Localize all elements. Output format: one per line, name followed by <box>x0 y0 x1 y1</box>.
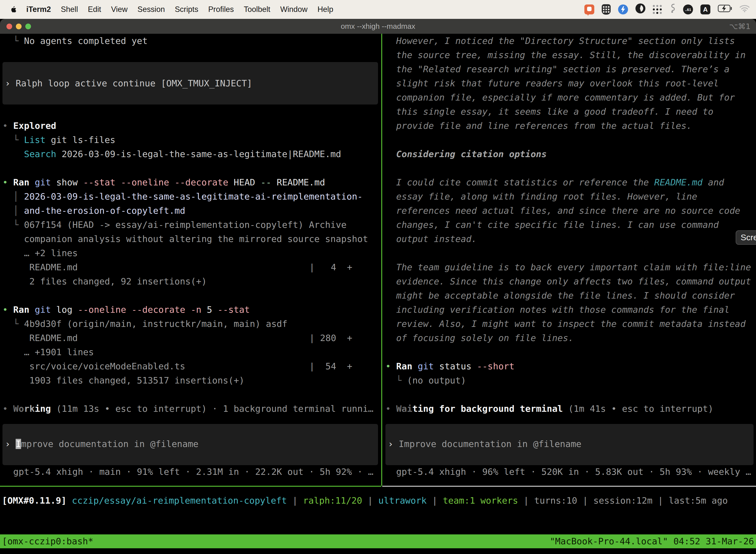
thinking-paragraph-1: the source tree, missing the essay. Stil… <box>385 48 746 62</box>
screen-recording-indicator-icon[interactable] <box>584 4 594 14</box>
menu-bar: iTerm2ShellEditViewSessionScriptsProfile… <box>0 0 756 19</box>
thinking-paragraph-3: of focusing solely on file lines. <box>385 331 574 345</box>
blue-bolt-app-icon[interactable] <box>618 4 628 14</box>
crescent-app-icon[interactable] <box>635 3 645 15</box>
working-status-line: • Working (11m 13s • esc to interrupt) ·… <box>2 402 374 416</box>
explored-search-item: Search 2026-03-09-is-legal-the-same-as-l… <box>2 147 341 161</box>
input-source-icon[interactable]: A <box>700 4 710 14</box>
window-title-bar: omx --xhigh --madmax ⌥⌘1 <box>0 19 756 34</box>
thinking-section-header: Considering citation options <box>385 147 547 161</box>
prompt-input-text: › Improve documentation in @filename <box>388 437 581 451</box>
thinking-paragraph-1: this single essay, it seems like a good … <box>385 105 713 119</box>
thinking-paragraph-3: evidence. Since this change only affects… <box>385 274 751 288</box>
window-shortcut-hint: ⌥⌘1 <box>729 19 751 34</box>
menu-view[interactable]: View <box>111 5 128 14</box>
model-status-line: gpt-5.4 xhigh · main · 91% left · 2.31M … <box>2 465 374 479</box>
thinking-paragraph-2: changes, I can't cite specific file line… <box>385 218 719 232</box>
ran-git-status-command: • Ran git status --short <box>385 359 514 373</box>
ran-git-show-command: • Ran git show --stat --oneline --decora… <box>2 175 325 189</box>
thinking-paragraph-1: However, I noticed the "Directory Struct… <box>385 34 735 48</box>
explored-header: • Explored <box>2 119 56 133</box>
thinking-paragraph-3: The team guideline is to back every impo… <box>385 260 751 274</box>
minimize-button[interactable] <box>16 23 21 29</box>
git-show-filename-1: │ 2026-03-09-is-legal-the-same-as-legiti… <box>2 189 363 204</box>
thinking-paragraph-2: references need actual files, and since … <box>385 204 740 218</box>
model-status-line: gpt-5.4 xhigh · 96% left · 520K in · 5.8… <box>385 465 751 479</box>
git-status-output: └ (no output) <box>385 373 466 387</box>
battery-charging-icon[interactable] <box>718 5 732 14</box>
git-log-commit-line: └ 4b9d30f (origin/main, instructkr/main,… <box>2 317 288 331</box>
thinking-paragraph-2: output instead. <box>385 232 477 246</box>
menu-shell[interactable]: Shell <box>61 5 78 14</box>
git-show-stat-line: README.md| 4 + <box>2 260 78 274</box>
thinking-paragraph-1: companion file, especially if more comme… <box>385 90 735 105</box>
thinking-paragraph-1: slight risk that future readers may over… <box>385 76 719 90</box>
zoom-button[interactable] <box>25 23 31 29</box>
screen-tooltip: Scre <box>736 230 756 245</box>
tmux-host-clock: "MacBook-Pro-44.local" 04:52 31-Mar-26 <box>550 535 754 548</box>
git-show-commit-line-2: companion analysis without altering the … <box>2 232 368 246</box>
dots-grid-icon[interactable] <box>653 5 662 14</box>
menu-items: iTerm2ShellEditViewSessionScriptsProfile… <box>26 5 333 14</box>
thinking-paragraph-2: I could cite commit statistics or refere… <box>385 175 724 189</box>
menu-session[interactable]: Session <box>137 5 165 14</box>
git-show-truncation: … +2 lines <box>2 246 78 260</box>
thinking-paragraph-3: might be acceptable alongside the file l… <box>385 288 735 302</box>
prompt-input-text: › Improve documentation in @filename <box>5 437 198 451</box>
right-pane-bottom-border <box>382 486 756 487</box>
left-agent-pane[interactable]: └ No agents completed yet› Ralph loop ac… <box>0 34 381 486</box>
thinking-paragraph-3: review. Also, I might want to inspect th… <box>385 317 746 331</box>
ralph-loop-line: › Ralph loop active continue [OMX_TMUX_I… <box>5 76 252 90</box>
wifi-icon[interactable] <box>740 5 750 14</box>
window-title: omx --xhigh --madmax <box>74 19 682 34</box>
no-agents-line: └ No agents completed yet <box>2 34 147 48</box>
menu-toolbelt[interactable]: Toolbelt <box>244 5 270 14</box>
menu-profiles[interactable]: Profiles <box>208 5 234 14</box>
tmux-status-bar: [omx-cczip0:bash* "MacBook-Pro-44.local"… <box>0 535 756 548</box>
git-log-stat-line-2: src/voice/voiceModeEnabled.ts| 54 + <box>2 359 185 373</box>
git-log-summary: 1903 files changed, 513517 insertions(+) <box>2 373 244 387</box>
menu-bar-status-icons: ..61 A <box>584 0 750 19</box>
pane-divider[interactable] <box>381 34 382 486</box>
git-show-filename-2: │ and-the-erosion-of-copyleft.md <box>2 204 185 218</box>
waiting-status-line: • Waiting for background terminal (1m 41… <box>385 402 713 416</box>
percent-badge-icon[interactable]: ..61 <box>683 4 693 14</box>
close-button[interactable] <box>6 23 12 29</box>
menu-window[interactable]: Window <box>280 5 308 14</box>
git-log-truncation: … +1901 lines <box>2 345 94 359</box>
thinking-paragraph-3: including verification notes with those … <box>385 302 730 317</box>
git-log-stat-line-1: README.md| 280 + <box>2 331 78 345</box>
thinking-paragraph-2: essay file, along with finding root file… <box>385 189 697 204</box>
thinking-paragraph-1: provide file and line references from th… <box>385 119 692 133</box>
menu-help[interactable]: Help <box>317 5 333 14</box>
tmux-session-window: [omx-cczip0:bash* <box>2 535 93 548</box>
left-pane-bottom-border <box>0 486 381 487</box>
terminal-content: └ No agents completed yet› Ralph loop ac… <box>0 34 756 554</box>
apple-menu-icon[interactable] <box>10 6 16 13</box>
menu-edit[interactable]: Edit <box>88 5 101 14</box>
thinking-paragraph-1: the "Related research writing" section i… <box>385 62 730 76</box>
right-agent-pane[interactable]: However, I noticed the "Directory Struct… <box>383 34 756 486</box>
omx-status-bar: [OMX#0.11.9] cczip/essay/ai-reimplementa… <box>2 493 728 508</box>
menu-scripts[interactable]: Scripts <box>175 5 198 14</box>
ran-git-log-command: • Ran git log --oneline --decorate -n 5 … <box>2 302 250 317</box>
squiggle-app-icon[interactable] <box>669 3 676 15</box>
explored-list-item: └ List git ls-files <box>2 133 115 147</box>
git-show-commit-line: └ 067f154 (HEAD -> essay/ai-reimplementa… <box>2 218 346 232</box>
shield-grid-app-icon[interactable] <box>602 4 611 15</box>
git-show-summary: 2 files changed, 92 insertions(+) <box>2 274 207 288</box>
menu-iterm2[interactable]: iTerm2 <box>26 5 51 14</box>
